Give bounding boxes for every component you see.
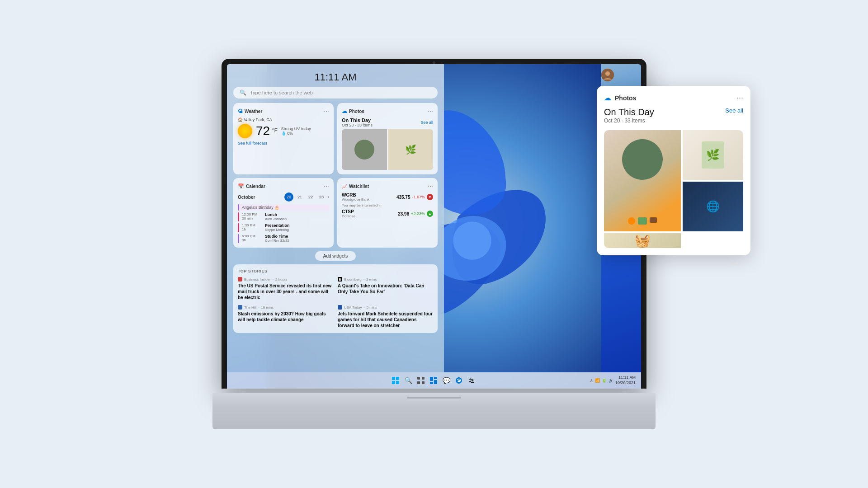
photos-grid: 🌿 <box>342 129 433 170</box>
search-icon: 🔍 <box>240 89 246 96</box>
photos-expanded-big-photo[interactable] <box>604 130 681 231</box>
calendar-events: 12:00 PM 30 min Lunch Alex Johnson <box>238 212 329 243</box>
news-source-dot-1 <box>238 277 242 282</box>
photos-expanded-small-2[interactable]: 🌐 <box>683 182 743 231</box>
photos-widget: ☁ Photos ··· On This Day Oct 20 · <box>337 103 438 174</box>
calendar-date-22[interactable]: 22 <box>306 192 315 202</box>
photos-expanded-see-all-link[interactable]: See all <box>725 107 743 114</box>
stock-up-icon: ▲ <box>427 211 433 217</box>
laptop-screen: 11:11 AM 🔍 Type here to search the web 🌤 <box>227 64 641 389</box>
news-section-label: TOP STORIES <box>238 269 433 273</box>
photos-expanded-meta: Oct 20 · 33 items <box>604 117 654 124</box>
taskbar: 🔍 <box>227 372 641 389</box>
svg-rect-5 <box>396 377 399 380</box>
taskbar-icons: 🔍 <box>278 375 590 385</box>
calendar-date-21[interactable]: 21 <box>295 192 304 202</box>
wifi-icon[interactable]: 📶 <box>595 378 600 383</box>
svg-rect-4 <box>392 377 395 380</box>
chat-button[interactable]: 💬 <box>441 375 451 385</box>
calendar-icon: 📅 <box>238 183 244 189</box>
photos-expanded-grid: 🌿 🌐 🧺 <box>604 130 743 248</box>
event-2-location: Skype Meeting <box>265 228 290 232</box>
add-widgets-button[interactable]: Add widgets <box>315 251 356 261</box>
battery-icon[interactable]: 🔋 <box>602 378 607 383</box>
weather-icon: 🌤 <box>238 108 243 114</box>
watchlist-menu-button[interactable]: ··· <box>428 183 433 190</box>
calendar-event-1: 12:00 PM 30 min Lunch Alex Johnson <box>238 212 329 221</box>
svg-rect-12 <box>430 377 433 381</box>
svg-point-3 <box>605 71 610 76</box>
watchlist-title: Watchlist <box>349 184 369 189</box>
photos-cloud-icon: ☁ <box>342 108 347 114</box>
news-item-1[interactable]: Business Insider · 2 hours The US Postal… <box>238 277 333 300</box>
taskbar-system-tray: ∧ 📶 🔋 🔊 11:11 AM 10/20/2021 <box>590 375 636 385</box>
news-item-4[interactable]: USA Today · 5 mins Jets forward Mark Sch… <box>338 305 433 328</box>
event-3-title: Studio Time <box>265 234 289 239</box>
taskview-button[interactable] <box>416 375 426 385</box>
laptop: 11:11 AM 🔍 Type here to search the web 🌤 <box>212 59 656 429</box>
widgets-button[interactable] <box>429 375 439 385</box>
svg-rect-10 <box>417 381 420 384</box>
search-placeholder: Type here to search the web <box>250 90 313 95</box>
photos-expanded-menu-button[interactable]: ··· <box>736 93 743 103</box>
search-taskbar-button[interactable]: 🔍 <box>403 375 413 385</box>
news-headline-1: The US Postal Service revealed its first… <box>238 283 333 300</box>
calendar-dates: 20 21 22 23 › <box>284 192 329 202</box>
weather-description: Strong UV today <box>281 127 311 131</box>
photos-subtitle: On This Day <box>342 117 373 123</box>
calendar-event-3: 6:00 PM 3h Studio Time Conf Rm 32/35 <box>238 234 329 243</box>
news-source-dot-4 <box>338 305 342 310</box>
news-section: TOP STORIES Business Insider · 2 hours T… <box>233 264 438 333</box>
news-source-dot-3 <box>238 305 242 310</box>
photos-title: Photos <box>349 109 364 114</box>
calendar-date-20[interactable]: 20 <box>284 192 293 202</box>
photo-thumb-1[interactable] <box>342 129 387 170</box>
news-item-2[interactable]: B Bloomberg · 3 mins A Quant's Take on I… <box>338 277 433 300</box>
event-1-location: Alex Johnson <box>265 217 287 221</box>
photos-menu-button[interactable]: ··· <box>428 108 433 115</box>
stock-WGRB: WGRB Woodgrove Bank 435.75 -1.67% ▼ <box>342 192 433 202</box>
news-headline-2: A Quant's Take on Innovation: 'Data Can … <box>338 283 433 295</box>
interested-label: You may be interested in <box>342 203 433 207</box>
photos-expanded-onthisday-title: On This Day <box>604 107 654 117</box>
weather-temperature: 72 <box>256 124 270 138</box>
weather-unit: °F <box>272 127 278 134</box>
svg-rect-14 <box>430 382 433 384</box>
weather-forecast-link[interactable]: See full forecast <box>238 141 329 145</box>
svg-point-1 <box>453 221 491 259</box>
stock-CTSP: CTSP Contoso 23.98 +2.23% ▲ <box>342 209 433 218</box>
svg-rect-6 <box>392 381 395 384</box>
user-avatar[interactable] <box>601 69 614 81</box>
calendar-date-23[interactable]: 23 <box>317 192 326 202</box>
search-bar[interactable]: 🔍 Type here to search the web <box>233 87 438 99</box>
photos-see-all-link[interactable]: See all <box>420 120 433 125</box>
calendar-menu-button[interactable]: ··· <box>324 183 329 190</box>
calendar-title: Calendar <box>246 184 265 189</box>
photos-expanded-small-3[interactable]: 🧺 <box>604 233 681 248</box>
event-2-title: Presentation <box>265 223 290 228</box>
weather-menu-button[interactable]: ··· <box>324 108 329 115</box>
weather-home-icon: 🏠 <box>238 117 243 122</box>
store-button[interactable]: 🛍 <box>467 375 476 385</box>
photo-thumb-2[interactable]: 🌿 <box>388 129 433 170</box>
taskbar-clock[interactable]: 11:11 AM 10/20/2021 <box>615 375 636 385</box>
news-source-dot-2: B <box>338 277 342 282</box>
edge-button[interactable] <box>454 375 464 385</box>
scene: 11:11 AM 🔍 Type here to search the web 🌤 <box>208 41 660 447</box>
teapot-item <box>638 217 647 225</box>
svg-rect-15 <box>434 380 437 384</box>
laptop-base <box>212 393 656 429</box>
watchlist-icon: 📈 <box>342 184 347 189</box>
start-button[interactable] <box>391 375 401 385</box>
svg-rect-8 <box>417 377 420 380</box>
laptop-screen-border: 11:11 AM 🔍 Type here to search the web 🌤 <box>222 59 646 389</box>
volume-icon[interactable]: 🔊 <box>609 378 613 383</box>
photos-expanded-title: Photos <box>615 94 636 102</box>
svg-rect-13 <box>434 377 437 379</box>
news-item-3[interactable]: The Hill · 18 mins Slash emissions by 20… <box>238 305 333 328</box>
photos-expanded-small-1[interactable]: 🌿 <box>683 130 743 180</box>
calendar-chevron[interactable]: › <box>328 195 329 199</box>
news-headline-4: Jets forward Mark Scheifele suspended fo… <box>338 311 433 328</box>
event-3-location: Conf Rm 32/35 <box>265 239 289 243</box>
system-tray-up-icon[interactable]: ∧ <box>590 378 593 383</box>
